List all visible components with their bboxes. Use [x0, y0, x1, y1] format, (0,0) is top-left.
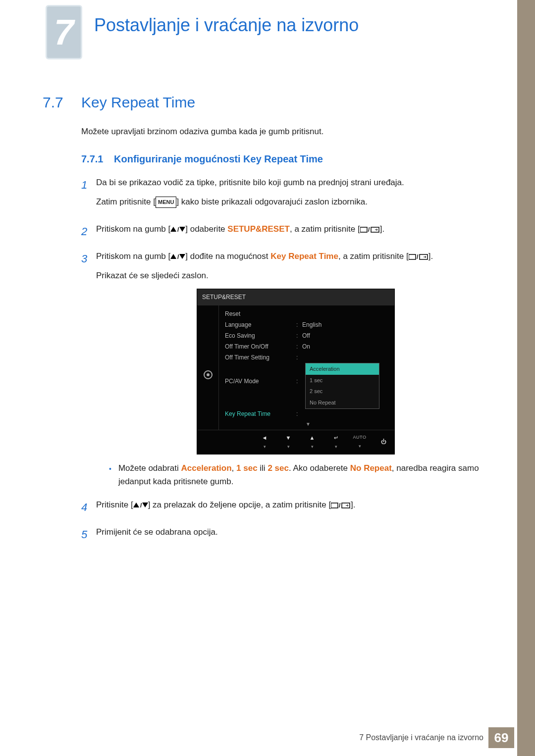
step-number: 5 [81, 525, 96, 545]
osd-nav-auto: AUTO▾ [353, 434, 367, 450]
step-number: 2 [81, 222, 96, 242]
svg-marker-0 [170, 227, 176, 232]
section-number: 7.7 [43, 94, 81, 111]
osd-option-acceleration: Acceleration [306, 363, 379, 375]
setup-reset-highlight: SETUP&RESET [227, 224, 290, 234]
osd-reset-label: Reset [222, 309, 296, 319]
step-4-text: Pritisnite [/] za prelazak do željene op… [96, 498, 495, 512]
osd-option-2sec: 2 sec [306, 386, 379, 397]
svg-marker-6 [170, 254, 176, 259]
svg-rect-17 [331, 503, 338, 508]
subsection-title: Konfiguriranje mogućnosti Key Repeat Tim… [114, 153, 323, 165]
svg-point-13 [207, 373, 210, 376]
step-3-line-2: Prikazat će se sljedeći zaslon. [96, 269, 495, 283]
osd-scroll-down-icon: ▼ [222, 420, 394, 427]
step-number: 1 [81, 176, 96, 214]
section-header: 7.7 Key Repeat Time [43, 94, 495, 111]
chapter-title: Postavljanje i vraćanje na izvorno [94, 15, 359, 36]
osd-icon-column [197, 305, 219, 430]
step-number: 4 [81, 498, 96, 517]
osd-nav-enter-icon: ↵▾ [329, 433, 343, 451]
osd-pcav-label: PC/AV Mode [222, 376, 296, 386]
step-1-line-2: Zatim pritisnite [MENU] kako biste prika… [96, 195, 495, 209]
osd-list: Reset Language:English Eco Saving:Off Of… [219, 305, 394, 430]
step-5: 5 Primijenit će se odabrana opcija. [81, 525, 495, 545]
osd-language-value: English [302, 320, 394, 330]
osd-timer-on-label: Off Timer On/Off [222, 342, 296, 352]
svg-text:/: / [177, 227, 179, 233]
up-down-icon: / [170, 224, 185, 234]
step-4: 4 Pritisnite [/] za prelazak do željene … [81, 498, 495, 517]
acceleration-highlight: Acceleration [181, 463, 232, 473]
step-3: 3 Pritiskom na gumb [/] dođite na mogućn… [81, 250, 495, 490]
svg-rect-3 [360, 227, 367, 232]
content-area: 7.7 Key Repeat Time Možete upravljati br… [43, 94, 495, 553]
svg-text:/: / [417, 253, 419, 260]
osd-nav-up-icon: ▲▾ [305, 433, 319, 451]
svg-marker-14 [133, 503, 139, 507]
step-number: 3 [81, 250, 96, 490]
enter-icon: / [331, 500, 351, 509]
svg-rect-9 [409, 254, 416, 259]
osd-option-norepeat: No Repeat [306, 397, 379, 408]
page-footer: 7 Postavljanje i vraćanje na izvorno 69 [359, 727, 514, 748]
up-down-icon: / [170, 252, 185, 261]
osd-timer-on-value: On [302, 342, 394, 352]
step-5-text: Primijenit će se odabrana opcija. [96, 525, 495, 540]
osd-nav-bar: ◄▾ ▼▾ ▲▾ ↵▾ AUTO▾ ⏻ [197, 430, 394, 454]
svg-marker-2 [179, 227, 185, 232]
osd-eco-value: Off [302, 331, 394, 341]
step-1-line-1: Da bi se prikazao vodič za tipke, pritis… [96, 176, 495, 190]
osd-krt-label: Key Repeat Time [222, 409, 296, 419]
up-down-icon: / [133, 500, 148, 509]
svg-marker-16 [142, 503, 148, 507]
enter-icon: / [360, 224, 380, 234]
osd-nav-power-icon: ⏻ [376, 437, 390, 447]
osd-eco-label: Eco Saving [222, 331, 296, 341]
osd-nav-back-icon: ◄▾ [258, 433, 271, 451]
enter-icon: / [409, 252, 428, 261]
subsection-number: 7.7.1 [81, 153, 114, 165]
step-2-text: Pritiskom na gumb [/] odaberite SETUP&RE… [96, 222, 495, 237]
bullet-icon: • [109, 463, 111, 488]
options-note: • Možete odabrati Acceleration, 1 sec il… [109, 461, 495, 488]
section-intro: Možete upravljati brzinom odaziva gumba … [81, 127, 495, 137]
osd-figure: SETUP&RESET Reset Language:English Eco S… [197, 289, 395, 454]
subsection-header: 7.7.1 Konfiguriranje mogućnosti Key Repe… [81, 153, 495, 165]
svg-text:/: / [339, 502, 341, 509]
osd-nav-down-icon: ▼▾ [281, 433, 295, 451]
step-1: 1 Da bi se prikazao vodič za tipke, prit… [81, 176, 495, 214]
chapter-tab: 7 [46, 5, 82, 59]
footer-text: 7 Postavljanje i vraćanje na izvorno [359, 733, 483, 742]
key-repeat-highlight: Key Repeat Time [270, 252, 338, 261]
section-title: Key Repeat Time [81, 94, 195, 111]
osd-title: SETUP&RESET [197, 289, 394, 305]
one-sec-highlight: 1 sec [236, 463, 258, 473]
gear-icon [203, 369, 214, 380]
osd-timer-setting-label: Off Timer Setting [222, 353, 296, 362]
svg-text:/: / [368, 226, 370, 233]
svg-marker-8 [179, 254, 185, 259]
svg-text:/: / [177, 254, 179, 260]
osd-language-label: Language [222, 320, 296, 330]
steps-list: 1 Da bi se prikazao vodič za tipke, prit… [81, 176, 495, 545]
two-sec-highlight: 2 sec [268, 463, 289, 473]
side-stripe [517, 0, 535, 756]
chapter-number: 7 [54, 12, 74, 52]
menu-button-token: MENU [156, 197, 176, 208]
footer-page-number: 69 [488, 727, 514, 748]
step-3-text: Pritiskom na gumb [/] dođite na mogućnos… [96, 250, 495, 264]
step-2: 2 Pritiskom na gumb [/] odaberite SETUP&… [81, 222, 495, 242]
svg-text:/: / [140, 503, 142, 508]
no-repeat-highlight: No Repeat [350, 463, 392, 473]
